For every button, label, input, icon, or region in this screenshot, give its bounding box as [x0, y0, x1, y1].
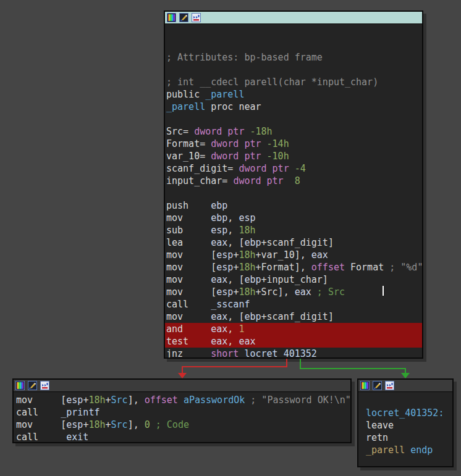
code-line[interactable]: mov eax, [ebp+scanf_digit] [166, 311, 421, 323]
code-line[interactable]: jnz short locret_401352 [166, 348, 421, 359]
code-token: esp [66, 395, 83, 406]
code-token: +scanf_digit] [261, 237, 334, 248]
code-token: esp [216, 249, 233, 261]
code-token: dword ptr [194, 126, 250, 137]
edit-icon[interactable] [373, 381, 382, 390]
code-line[interactable]: locret_401352: [366, 407, 450, 419]
code-token: ], [128, 419, 145, 430]
code-line[interactable] [166, 64, 421, 76]
code-token: call [16, 432, 61, 443]
code-line[interactable]: ; Attributes: bp-based frame [166, 51, 421, 64]
code-token: var_10= [166, 151, 211, 162]
code-line[interactable]: call _exit [16, 431, 348, 443]
code-token: eax [211, 237, 227, 248]
basic-block-main[interactable]: ; Attributes: bp-based frame ; int __cde… [164, 10, 423, 359]
code-token: _sscanf [211, 299, 250, 310]
code-token: , [ [227, 237, 244, 248]
code-token: dword ptr [239, 163, 294, 174]
code-area[interactable]: mov [esp+18h+Src], offset aPasswordOk ; … [14, 392, 350, 443]
code-token: _exit [61, 432, 88, 443]
code-token: push [166, 200, 211, 211]
code-token: _parell [366, 445, 405, 456]
colors-icon[interactable] [15, 381, 25, 390]
code-token: eax [239, 336, 255, 347]
code-line[interactable]: test eax, eax [165, 335, 422, 348]
code-area[interactable]: ; Attributes: bp-based frame ; int __cde… [165, 24, 422, 359]
code-token: -4 [295, 163, 306, 174]
code-token: eax [211, 311, 227, 322]
edit-icon[interactable] [28, 381, 37, 390]
false-branch-arrowhead [178, 373, 187, 378]
code-line[interactable]: var_10= dword ptr -10h [166, 150, 421, 162]
code-token: locret_401352 [244, 348, 316, 359]
code-line[interactable]: Src= dword ptr -18h [166, 125, 421, 138]
code-token: Src [111, 395, 128, 406]
code-line[interactable]: mov [esp+18h+Format], offset Format ; "%… [166, 261, 421, 273]
code-line[interactable]: mov eax, [ebp+input_char] [166, 273, 421, 286]
code-token: eax [211, 324, 227, 335]
code-token: Format= [166, 138, 211, 149]
xrefs-icon[interactable] [192, 13, 201, 22]
code-token: esp [66, 419, 83, 430]
code-line[interactable] [166, 39, 421, 51]
code-line[interactable]: mov [esp+18h+Src], offset aPasswordOk ; … [16, 394, 348, 406]
code-token: call [16, 407, 61, 418]
code-token: public [166, 89, 205, 100]
code-line[interactable]: call _printf [16, 406, 348, 419]
code-line[interactable] [166, 27, 421, 39]
code-line[interactable]: scanf_digit= dword ptr -4 [166, 162, 421, 175]
block-titlebar[interactable] [14, 380, 350, 392]
code-token: lea [166, 237, 211, 248]
code-line[interactable]: ; int __cdecl parell(char *input_char) [166, 76, 421, 88]
xrefs-icon[interactable] [385, 381, 394, 390]
code-token: eax [211, 336, 227, 347]
code-token: Src= [166, 126, 194, 137]
code-line[interactable]: lea eax, [ebp+scanf_digit] [166, 236, 421, 249]
code-line[interactable]: and eax, 1 [165, 323, 422, 335]
code-line[interactable]: mov [esp+18h+Src], 0 ; Code [16, 419, 348, 431]
code-token: Src [111, 419, 128, 430]
colors-icon[interactable] [360, 381, 370, 390]
code-line[interactable] [366, 395, 450, 407]
block-titlebar[interactable] [358, 380, 452, 392]
code-token: , [ [227, 274, 244, 285]
basic-block-locret[interactable]: locret_401352:leaveretn_parell endp [357, 378, 454, 467]
code-token: sub [166, 225, 211, 236]
code-line[interactable] [166, 187, 421, 199]
code-token: ], [128, 395, 145, 406]
code-token: ; Code [156, 419, 189, 430]
code-token: offset [311, 262, 345, 273]
edit-icon[interactable] [179, 13, 188, 22]
code-line[interactable] [166, 113, 421, 125]
code-token: 8 [295, 175, 300, 186]
code-token: aPasswordOk [184, 395, 245, 406]
code-token: short [211, 348, 239, 359]
code-line[interactable]: Format= dword ptr -14h [166, 138, 421, 150]
code-line[interactable]: call _sscanf [166, 298, 421, 311]
code-line[interactable]: push ebp [166, 199, 421, 212]
code-token: -14h [267, 138, 289, 149]
code-token: mov [166, 274, 211, 285]
code-line[interactable]: mov ebp, esp [166, 212, 421, 224]
code-token: mov [ [166, 249, 216, 261]
code-line[interactable]: _parell endp [366, 444, 450, 456]
code-line[interactable]: public _parell [166, 88, 421, 101]
basic-block-password-ok[interactable]: mov [esp+18h+Src], offset aPasswordOk ; … [12, 378, 352, 443]
code-line[interactable]: mov [esp+18h+var_10], eax [166, 249, 421, 261]
code-line[interactable]: sub esp, 18h [166, 224, 421, 236]
block-titlebar[interactable] [165, 12, 422, 24]
colors-icon[interactable] [167, 13, 176, 22]
code-token: mov [ [16, 395, 66, 406]
code-token: proc near [205, 101, 261, 112]
code-token: 1 [239, 324, 244, 335]
code-line[interactable]: leave [366, 419, 450, 432]
code-area[interactable]: locret_401352:leaveretn_parell endp [358, 392, 452, 456]
code-token: ; Src [317, 286, 345, 298]
code-token: +input_char] [261, 274, 328, 285]
code-line[interactable]: _parell proc near [166, 101, 421, 113]
code-token: _parell [166, 101, 205, 112]
code-token: offset [145, 395, 178, 406]
code-line[interactable]: input_char= dword ptr 8 [166, 175, 421, 187]
code-line[interactable]: retn [366, 432, 450, 444]
xrefs-icon[interactable] [40, 381, 49, 390]
